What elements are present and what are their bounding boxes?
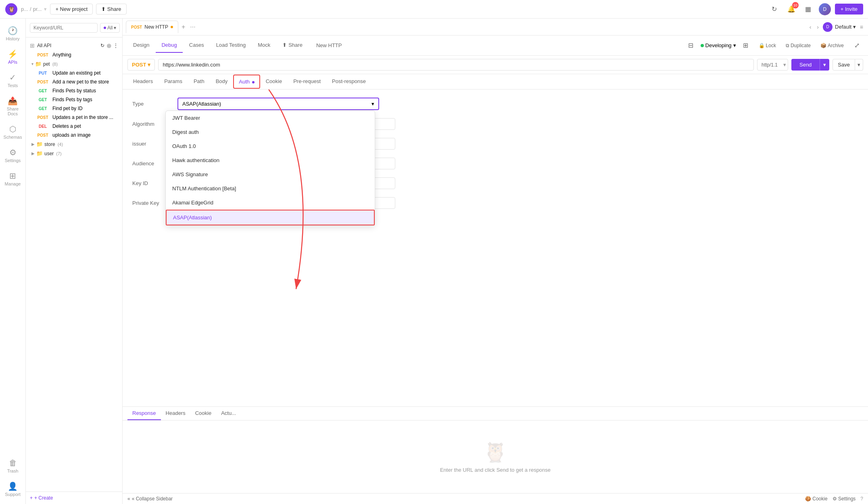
developing-status[interactable]: Developing ▾ [701,42,736,48]
subtab-cookie[interactable]: Cookie [260,74,288,89]
list-item[interactable]: DEL Deletes a pet [26,122,122,131]
more-tabs-button[interactable]: ··· [188,23,197,31]
tab-design[interactable]: Design [127,38,155,53]
dropdown-item-hawk[interactable]: Hawk authentication [166,153,375,167]
request-tabs-bar: POST New HTTP + ··· ‹ › D Default ▾ ≡ [123,19,868,35]
default-label[interactable]: Default ▾ [835,24,856,30]
tab-cases[interactable]: Cases [184,38,210,53]
list-item[interactable]: POST Add a new pet to the store [26,77,122,86]
sidebar-item-apis[interactable]: ⚡ APIs [2,45,24,69]
request-tab-new-http[interactable]: POST New HTTP [126,21,178,33]
sidebar-item-support[interactable]: 👤 Support [2,477,24,501]
help-icon[interactable]: ? [860,496,863,502]
protocol-chevron[interactable]: ▾ [782,59,788,70]
apis-icon: ⚡ [8,49,18,59]
tab-share[interactable]: ⬆ Share [277,38,308,53]
list-item[interactable]: GET Find pet by ID [26,104,122,113]
layout-icon[interactable]: ▦ [802,3,815,16]
filter-dot [104,27,106,29]
sidebar-item-tests[interactable]: ✓ Tests [2,69,24,92]
send-dropdown-button[interactable]: ▾ [820,59,829,71]
subtab-auth[interactable]: Auth [234,75,259,88]
list-item[interactable]: PUT Update an existing pet [26,69,122,77]
sidebar-item-history[interactable]: 🕐 History [2,22,24,45]
dropdown-item-akamai[interactable]: Akamai EdgeGrid [166,196,375,210]
user-badge[interactable]: D [823,22,833,32]
tab-debug[interactable]: Debug [156,38,182,53]
store-group-header[interactable]: ▶ 📁 store (4) [26,140,122,149]
pet-group-header[interactable]: ▾ 📁 pet (8) [26,59,122,69]
dropdown-item-oauth[interactable]: OAuth 1.0 [166,139,375,153]
archive-button[interactable]: 📦 Archive [817,41,847,50]
list-item[interactable]: GET Finds Pets by tags [26,95,122,104]
user-group-header[interactable]: ▶ 📁 user (7) [26,149,122,158]
avatar[interactable]: D [819,3,831,15]
url-input[interactable] [158,59,754,71]
search-input[interactable] [30,23,98,33]
api-list: ⊞ All API ↻ ◎ ⋮ POST Anything ▾ 📁 pet (8… [26,37,122,492]
share-top-button[interactable]: ⬆ Share [96,4,126,15]
list-item[interactable]: POST Anything [26,50,122,59]
cookie-button[interactable]: 🍪 Cookie [805,496,828,502]
dropdown-item-aws[interactable]: AWS Signature [166,167,375,181]
refresh-icon[interactable]: ↻ [768,3,781,16]
collapse-sidebar-button[interactable]: « « Collapse Sidebar [127,496,173,502]
notification-button[interactable]: 🔔 10 [785,3,798,16]
method-select[interactable]: POST ▾ [127,59,155,71]
expand-icon[interactable]: ⤢ [850,39,863,52]
bottom-tab-response[interactable]: Response [127,407,161,420]
filter-icon[interactable]: ⊟ [684,39,697,52]
all-api-header[interactable]: ⊞ All API ↻ ◎ ⋮ [26,41,122,50]
align-icon[interactable]: ⊞ [739,39,752,52]
sort-icon[interactable]: ⋮ [113,43,118,48]
save-button[interactable]: Save [833,59,855,71]
subtab-body[interactable]: Body [210,74,234,89]
invite-button[interactable]: + Invite [835,4,863,15]
filter-button[interactable]: All ▾ [100,23,120,33]
subtab-headers[interactable]: Headers [127,74,159,89]
nav-next-button[interactable]: › [815,22,820,32]
sidebar-item-manage[interactable]: ⊞ Manage [2,167,24,190]
sidebar-item-share-docs[interactable]: 📤 Share Docs [2,92,24,120]
type-select[interactable]: ASAP(Atlassian) ▾ [177,98,379,110]
list-item[interactable]: GET Finds Pets by status [26,86,122,95]
subtab-pre-request[interactable]: Pre-request [288,74,326,89]
refresh-api-icon[interactable]: ↻ [100,43,104,48]
tab-load-testing[interactable]: Load Testing [211,38,252,53]
bottom-tab-cookie[interactable]: Cookie [190,407,216,420]
lock-button[interactable]: 🔒 Lock [755,41,779,50]
subtab-path[interactable]: Path [188,74,210,89]
save-dropdown-button[interactable]: ▾ [855,59,863,71]
sidebar-item-settings[interactable]: ⚙ Settings [2,144,24,167]
dropdown-item-ntlm[interactable]: NTLM Authentication [Beta] [166,181,375,196]
add-tab-button[interactable]: + [180,23,187,31]
dropdown-item-jwt[interactable]: JWT Bearer [166,111,375,125]
plus-icon: + [30,495,33,501]
send-button[interactable]: Send [791,59,820,71]
tab-mock[interactable]: Mock [252,38,276,53]
subtab-params[interactable]: Params [159,74,188,89]
bottom-tab-headers[interactable]: Headers [161,407,190,420]
method-badge: GET [35,88,50,94]
nav-prev-button[interactable]: ‹ [808,22,813,32]
user-count: (7) [56,151,61,156]
list-item[interactable]: POST uploads an image [26,131,122,140]
breadcrumb-dropdown[interactable]: ▾ [44,6,47,12]
trash-icon: 🗑 [9,458,17,468]
send-group: Send ▾ [791,59,829,71]
settings-button[interactable]: ⚙ Settings [833,496,856,502]
protocol-group: http/1.1 ▾ [757,59,788,71]
dropdown-item-asap[interactable]: ASAP(Atlassian) [166,210,375,225]
dropdown-item-digest[interactable]: Digest auth [166,125,375,139]
create-button[interactable]: + + Create [26,492,122,504]
bottom-tab-actual[interactable]: Actu... [216,407,241,420]
duplicate-button[interactable]: ⧉ Duplicate [782,41,814,50]
new-project-button[interactable]: + New project [50,4,93,15]
menu-icon[interactable]: ≡ [858,22,865,32]
subtab-post-response[interactable]: Post-response [326,74,371,89]
sidebar-item-trash[interactable]: 🗑 Trash [2,454,24,477]
target-icon[interactable]: ◎ [107,43,111,48]
list-item[interactable]: POST Updates a pet in the store ... [26,113,122,122]
sidebar-item-schemas[interactable]: ⬡ Schemas [2,120,24,144]
protocol-select[interactable]: http/1.1 [757,60,782,70]
